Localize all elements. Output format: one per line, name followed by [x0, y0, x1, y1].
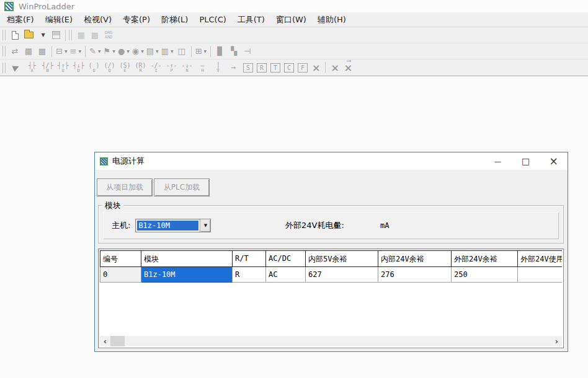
menu-item-project[interactable]: 专案(P) [117, 14, 156, 25]
menubar: 档案(F) 编辑(E) 检视(V) 专案(P) 阶梯(L) PLC(C) 工具(… [0, 12, 588, 27]
menu-item-plc[interactable]: PLC(C) [194, 15, 231, 24]
cell-external-24v-margin[interactable]: 250 [452, 267, 518, 283]
transfer-button[interactable]: ⇄ [8, 45, 22, 58]
set-box-button[interactable]: S [243, 63, 253, 73]
select-cursor-icon[interactable] [12, 63, 20, 71]
minimize-icon: — [494, 157, 501, 165]
menu-item-view[interactable]: 检视(V) [78, 14, 117, 25]
project-tree-icon: ⊟ [56, 47, 63, 55]
coil-not-button[interactable]: (/)Q [102, 60, 117, 75]
function-box-button[interactable]: F [298, 63, 308, 73]
list-button[interactable]: ▤▼ [145, 45, 160, 58]
user-edit-button[interactable]: ●▼ [117, 45, 131, 58]
edit-element-button[interactable]: ✎▼ [88, 45, 102, 58]
memory-button[interactable]: ▥▼ [160, 45, 175, 58]
delete-row-button[interactable]: × [331, 62, 339, 74]
org-and-button[interactable]: ORGAND [102, 29, 115, 42]
table-view-button[interactable]: ▦ [74, 29, 88, 42]
vline-button[interactable]: │V [210, 60, 226, 75]
col-number: 编号 [100, 251, 141, 267]
dialog-titlebar[interactable]: 电源计算 — □ × [95, 152, 568, 170]
user-button[interactable]: ◉▼ [131, 45, 145, 58]
usage-bars-button[interactable]: ▊ [213, 45, 227, 58]
scroll-right-icon: › [555, 336, 558, 346]
delete-network-button[interactable]: ×→ [344, 62, 352, 74]
menu-item-tools[interactable]: 工具(T) [232, 14, 270, 25]
menu-item-edit[interactable]: 编辑(E) [40, 14, 78, 25]
host-combobox[interactable]: B1z-10M ▼ [135, 219, 211, 232]
toolbar-drag-handle[interactable] [69, 30, 72, 40]
toolbar-drag-handle[interactable] [2, 63, 6, 73]
cell-number[interactable]: 0 [100, 267, 141, 283]
dialog-controls: — □ × [484, 152, 568, 170]
menu-item-window[interactable]: 窗口(W) [270, 14, 312, 25]
maximize-icon: □ [522, 156, 530, 166]
toolbar-separator [210, 46, 211, 57]
delete-element-button[interactable]: × [312, 62, 320, 74]
hline-button[interactable]: —H [195, 60, 210, 75]
table-header-row: 编号 模块 R/T AC/DC 内部5V余裕 内部24V余裕 外部24V余裕 外… [100, 250, 562, 267]
user-icon: ◉ [132, 47, 139, 55]
open-file-dropdown[interactable]: ▼ [35, 29, 49, 42]
minimize-button[interactable]: — [484, 152, 512, 170]
usage-contact-button[interactable]: ⊣ [241, 45, 254, 58]
save-button[interactable] [49, 29, 63, 42]
cell-internal-24v-margin[interactable]: 276 [378, 267, 452, 283]
counter-box-button[interactable]: C [284, 63, 294, 73]
coil-reset-button[interactable]: (R)R [133, 60, 148, 75]
coil-set-button[interactable]: (S)E [117, 60, 133, 75]
open-folder-icon [24, 32, 33, 38]
reset-box-button[interactable]: R [257, 63, 267, 73]
scroll-right-button[interactable]: › [551, 336, 562, 346]
contact-a-button[interactable]: ┤├A [24, 60, 40, 75]
falling-edge-button[interactable]: -↓-N [179, 60, 195, 75]
chip-button[interactable]: ▦ [22, 45, 35, 58]
cell-acdc[interactable]: AC [266, 267, 306, 283]
network-list-button[interactable]: ≡▼ [69, 45, 83, 58]
cell-external-24v-usage[interactable] [518, 267, 562, 283]
scroll-left-button[interactable]: ‹ [100, 336, 110, 346]
new-file-button[interactable] [8, 29, 22, 42]
card-button[interactable]: ◫ [175, 45, 189, 58]
cell-module[interactable]: B1z-10M [141, 267, 233, 283]
menu-item-help[interactable]: 辅助(H) [312, 14, 352, 25]
usage-network-button[interactable]: ▚ [227, 45, 241, 58]
app-title: WinProLadder [19, 2, 74, 11]
cell-internal-5v-margin[interactable]: 627 [306, 267, 378, 283]
chevron-down-icon: ▼ [78, 49, 81, 53]
open-file-button[interactable] [22, 29, 35, 42]
module-panel: 主机: B1z-10M ▼ 外部24V耗电量: 0 mA [103, 212, 559, 239]
chevron-down-icon: ▼ [112, 49, 115, 53]
ext24v-consumption-unit: mA [380, 221, 389, 230]
close-button[interactable]: × [540, 152, 568, 170]
contact-down-button[interactable]: ┤↓├D [71, 60, 86, 75]
col-external-24v-usage: 外部24V使用 [518, 251, 562, 267]
project-tree-button[interactable]: ⊟▼ [55, 45, 69, 58]
coil-out-button[interactable]: ( )O [86, 60, 102, 75]
goto-arrow-button[interactable]: → [226, 60, 241, 75]
io-grid-button[interactable]: ▩ [35, 45, 49, 58]
contact-up-button[interactable]: ┤↑├U [55, 60, 71, 75]
matrix-view-button[interactable]: ▩ [88, 29, 102, 42]
load-from-project-button[interactable]: 从项目加载 [97, 178, 153, 196]
zoom-table-button[interactable]: ⊞▼ [194, 45, 208, 58]
host-combobox-dropdown[interactable]: ▼ [200, 219, 210, 232]
scrollbar-thumb[interactable] [110, 336, 125, 346]
horizontal-scrollbar[interactable]: ‹ › [100, 336, 562, 346]
contact-b-button[interactable]: ┤/├B [40, 60, 55, 75]
rising-edge-button[interactable]: -↑-P [164, 60, 179, 75]
menu-item-ladder[interactable]: 阶梯(L) [156, 14, 194, 25]
maximize-button[interactable]: □ [512, 152, 540, 170]
toolbar-plc: ⇄ ▦ ▩ ⊟▼ ≡▼ ✎▼ ⚑▼ ●▼ ◉▼ ▤▼ ▥▼ ◫ ⊞▼ ▊ ▚ ⊣ [0, 43, 588, 59]
toolbar-drag-handle[interactable] [2, 30, 6, 40]
dialog-icon [100, 157, 108, 165]
module-table: 编号 模块 R/T AC/DC 内部5V余裕 内部24V余裕 外部24V余裕 外… [100, 250, 562, 283]
menu-item-file[interactable]: 档案(F) [1, 14, 40, 25]
toolbar-drag-handle[interactable] [2, 46, 6, 56]
load-from-plc-button[interactable]: 从PLC加载 [154, 178, 210, 196]
cell-rt[interactable]: R [233, 267, 266, 283]
tag-lamp-button[interactable]: ⚑▼ [102, 45, 117, 58]
timer-box-button[interactable]: T [270, 63, 280, 73]
invert-button[interactable]: -/-I [148, 60, 164, 75]
toolbar-separator [65, 30, 66, 41]
